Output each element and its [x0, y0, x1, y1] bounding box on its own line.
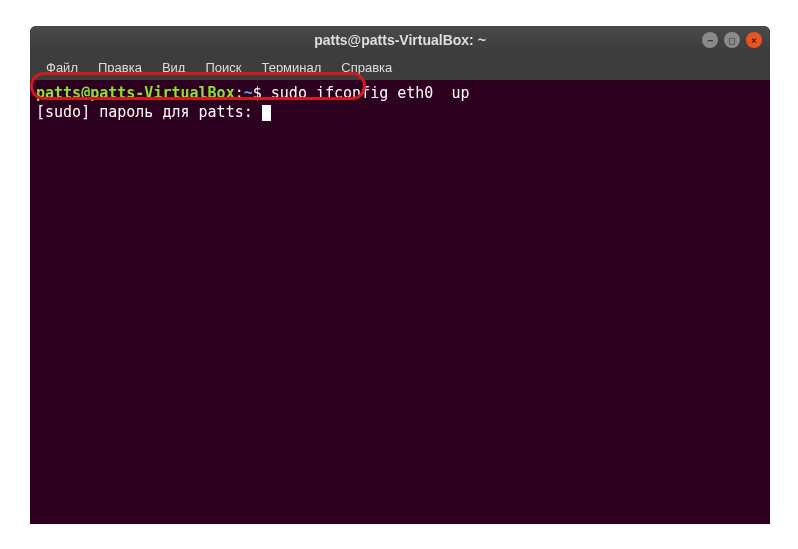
terminal-line-1: patts@patts-VirtualBox:~$ sudo ifconfig … — [36, 84, 764, 103]
menu-edit[interactable]: Правка — [90, 57, 150, 78]
prompt-path: ~ — [244, 84, 253, 102]
command: sudo ifconfig eth0 up — [271, 84, 470, 102]
prompt-sep: : — [235, 84, 244, 102]
menu-file[interactable]: Файл — [38, 57, 86, 78]
window-controls: − □ × — [702, 32, 762, 48]
cursor-icon — [262, 105, 271, 121]
sudo-prompt: [sudo] пароль для patts: — [36, 103, 262, 121]
menu-terminal[interactable]: Терминал — [253, 57, 329, 78]
prompt-dollar: $ — [253, 84, 262, 102]
minimize-button[interactable]: − — [702, 32, 718, 48]
close-button[interactable]: × — [746, 32, 762, 48]
terminal-body[interactable]: patts@patts-VirtualBox:~$ sudo ifconfig … — [30, 80, 770, 126]
window-title: patts@patts-VirtualBox: ~ — [314, 32, 486, 48]
command-text — [262, 84, 271, 102]
title-bar: patts@patts-VirtualBox: ~ − □ × — [30, 26, 770, 54]
terminal-line-2: [sudo] пароль для patts: — [36, 103, 764, 122]
terminal-window: patts@patts-VirtualBox: ~ − □ × Файл Пра… — [30, 26, 770, 524]
prompt-user: patts@patts-VirtualBox — [36, 84, 235, 102]
menu-view[interactable]: Вид — [154, 57, 194, 78]
maximize-button[interactable]: □ — [724, 32, 740, 48]
menu-search[interactable]: Поиск — [197, 57, 249, 78]
menu-help[interactable]: Справка — [333, 57, 400, 78]
menu-bar: Файл Правка Вид Поиск Терминал Справка — [30, 54, 770, 80]
